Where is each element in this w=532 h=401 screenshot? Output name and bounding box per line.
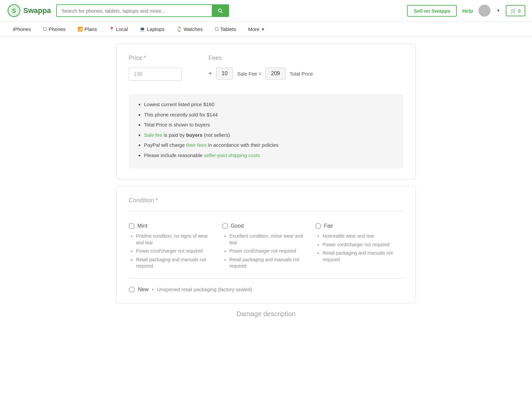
fair-detail-2: Power cord/charger not required bbox=[323, 242, 398, 248]
total-label: Total Price bbox=[290, 71, 313, 77]
fair-details: Noticeable wear and tear Power cord/char… bbox=[315, 233, 398, 263]
search-button[interactable] bbox=[212, 5, 228, 16]
nav-plans-label: Plans bbox=[84, 26, 97, 32]
price-section: Price * bbox=[129, 55, 182, 88]
info-item-1: Lowest current listed price $160 bbox=[144, 101, 395, 108]
more-dropdown-arrow: ▼ bbox=[261, 27, 265, 31]
new-desc: Unopened retail packaging (factory seale… bbox=[157, 287, 252, 292]
logo[interactable]: S Swappa bbox=[7, 3, 51, 18]
mint-detail-2: Power cord/charger not required bbox=[136, 248, 211, 255]
nav-phones-label: Phones bbox=[49, 26, 66, 32]
info-item-6: Please include reasonable seller-paid sh… bbox=[144, 152, 395, 159]
fees-section: Fees + 10 Sale Fee = 209 Total Price bbox=[208, 55, 313, 87]
laptop-icon: 💻 bbox=[140, 27, 145, 32]
price-title: Price * bbox=[129, 55, 182, 62]
mint-details: Pristine condition, no signs of wear and… bbox=[129, 233, 211, 270]
cart-button[interactable]: 🛒 0 bbox=[506, 5, 525, 16]
location-icon: 📍 bbox=[109, 27, 114, 32]
mint-radio[interactable] bbox=[129, 223, 135, 229]
cart-icon: 🛒 bbox=[510, 8, 517, 14]
info-item-2: This phone recently sold for $144 bbox=[144, 111, 395, 119]
fair-detail-1: Noticeable wear and tear bbox=[323, 233, 398, 240]
nav-more-label: More bbox=[248, 26, 259, 32]
main-content: Price * Fees + 10 Sale Fee = 209 Total P… bbox=[116, 37, 416, 324]
site-header: S Swappa Sell on Swappa Help ▼ 🛒 0 bbox=[0, 0, 532, 22]
new-dot: • bbox=[152, 287, 154, 292]
info-box: Lowest current listed price $160 This ph… bbox=[129, 94, 403, 168]
nav-watches[interactable]: ⌚ Watches bbox=[171, 22, 209, 37]
info-item-5: PayPal will charge their fees in accorda… bbox=[144, 141, 395, 149]
mint-detail-1: Pristine condition, no signs of wear and… bbox=[136, 233, 211, 246]
logo-text: Swappa bbox=[23, 6, 51, 15]
price-card: Price * Fees + 10 Sale Fee = 209 Total P… bbox=[116, 44, 416, 179]
condition-mint-header: Mint bbox=[129, 223, 211, 229]
condition-good: Good Excellent condition, minor wear and… bbox=[217, 223, 310, 272]
help-link[interactable]: Help bbox=[462, 8, 473, 14]
main-nav: iPhones ☐ Phones 📶 Plans 📍 Local 💻 Lapto… bbox=[0, 22, 532, 37]
good-detail-2: Power cord/charger not required bbox=[229, 248, 305, 255]
nav-plans[interactable]: 📶 Plans bbox=[71, 22, 103, 37]
condition-fair: Fair Noticeable wear and tear Power cord… bbox=[310, 223, 403, 272]
search-input[interactable] bbox=[57, 5, 212, 16]
new-label: New bbox=[138, 287, 149, 293]
info-item-3: Total Price is shown to buyers bbox=[144, 121, 395, 129]
header-right: Sell on Swappa Help ▼ 🛒 0 bbox=[407, 5, 525, 17]
nav-laptops[interactable]: 💻 Laptops bbox=[134, 22, 170, 37]
fees-row: + 10 Sale Fee = 209 Total Price bbox=[208, 68, 313, 80]
condition-good-header: Good bbox=[222, 223, 305, 229]
condition-title: Condition * bbox=[129, 197, 403, 204]
watch-icon: ⌚ bbox=[177, 27, 182, 32]
nav-iphones[interactable]: iPhones bbox=[5, 22, 37, 37]
avatar[interactable] bbox=[478, 5, 490, 17]
good-radio[interactable] bbox=[222, 223, 228, 229]
signal-icon: 📶 bbox=[77, 27, 83, 32]
price-row bbox=[129, 68, 182, 81]
good-details: Excellent condition, minor wear and tear… bbox=[222, 233, 305, 270]
fees-title: Fees bbox=[208, 55, 313, 62]
nav-phones[interactable]: ☐ Phones bbox=[37, 22, 71, 37]
condition-divider bbox=[129, 211, 403, 211]
good-detail-3: Retail packaging and manuals not require… bbox=[229, 257, 305, 270]
nav-more[interactable]: More ▼ bbox=[242, 22, 271, 37]
their-fees-link[interactable]: their fees bbox=[186, 142, 207, 148]
price-input[interactable] bbox=[129, 68, 182, 81]
nav-local-label: Local bbox=[116, 26, 128, 32]
condition-mint: Mint Pristine condition, no signs of wea… bbox=[129, 223, 217, 272]
tablet-icon: ☐ bbox=[215, 27, 219, 32]
user-dropdown-arrow[interactable]: ▼ bbox=[496, 8, 500, 13]
sell-button[interactable]: Sell on Swappa bbox=[407, 5, 457, 17]
condition-fair-header: Fair bbox=[315, 223, 398, 229]
damage-title: Damage description bbox=[116, 310, 416, 318]
fair-label: Fair bbox=[324, 223, 333, 229]
condition-row: Mint Pristine condition, no signs of wea… bbox=[129, 218, 403, 272]
equals-text: Sale Fee = bbox=[237, 71, 261, 77]
sale-fee-box: 10 bbox=[216, 68, 233, 80]
sale-fee-link[interactable]: Sale fee bbox=[144, 132, 162, 138]
shipping-costs-link[interactable]: seller-paid shipping costs bbox=[204, 152, 260, 158]
nav-watches-label: Watches bbox=[184, 26, 203, 32]
good-label: Good bbox=[231, 223, 244, 229]
fair-radio[interactable] bbox=[315, 223, 321, 229]
mint-detail-3: Retail packaging and manuals not require… bbox=[136, 257, 211, 270]
new-row: New • Unopened retail packaging (factory… bbox=[129, 285, 403, 293]
info-list: Lowest current listed price $160 This ph… bbox=[137, 101, 395, 159]
fair-detail-3: Retail packaging and manuals not require… bbox=[323, 250, 398, 263]
plus-sign: + bbox=[208, 70, 212, 77]
total-price-box: 209 bbox=[265, 68, 286, 80]
nav-laptops-label: Laptops bbox=[147, 26, 164, 32]
mint-label: Mint bbox=[137, 223, 147, 229]
info-item-4: Sale fee is paid by buyers (not sellers) bbox=[144, 131, 395, 139]
nav-local[interactable]: 📍 Local bbox=[103, 22, 134, 37]
phone-icon: ☐ bbox=[43, 27, 47, 32]
nav-iphones-label: iPhones bbox=[13, 26, 31, 32]
new-radio[interactable] bbox=[129, 287, 135, 293]
good-detail-1: Excellent condition, minor wear and tear bbox=[229, 233, 305, 246]
nav-tablets-label: Tablets bbox=[220, 26, 236, 32]
new-divider bbox=[129, 278, 403, 279]
nav-tablets[interactable]: ☐ Tablets bbox=[209, 22, 242, 37]
search-bar bbox=[56, 4, 229, 17]
condition-card: Condition * Mint Pristine condition, no … bbox=[116, 186, 416, 303]
svg-text:S: S bbox=[12, 8, 16, 14]
cart-count: 0 bbox=[518, 8, 521, 14]
